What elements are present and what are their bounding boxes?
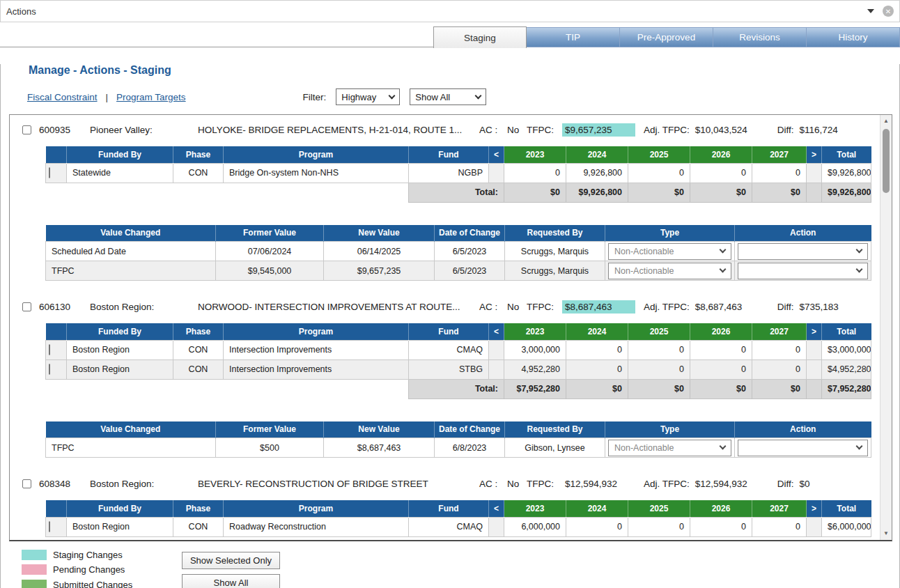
year-amount: 0: [566, 340, 628, 359]
link-separator: |: [106, 92, 109, 102]
diff-value: $0: [800, 479, 810, 489]
filter-label: Filter:: [303, 92, 327, 102]
bottom-bar: Staging Changes Pending Changes Submitte…: [1, 541, 899, 588]
close-icon[interactable]: ✕: [883, 6, 894, 17]
date-cell: 6/8/2023: [435, 438, 505, 458]
prev-years-button[interactable]: <: [489, 500, 504, 517]
changes-header-row: Value Changed Former Value New Value Dat…: [46, 225, 871, 242]
funding-header-row: Funded By Phase Program Fund < 2023 2024…: [46, 323, 871, 340]
changes-table: Value Changed Former Value New Value Dat…: [45, 225, 871, 281]
tab-staging[interactable]: Staging: [433, 26, 527, 48]
tab-revisions[interactable]: Revisions: [713, 27, 807, 47]
fiscal-constraint-link[interactable]: Fiscal Constraint: [27, 92, 98, 102]
year-amount: 0: [566, 359, 628, 379]
funding-row-checkbox[interactable]: [49, 364, 50, 375]
next-years-button[interactable]: >: [807, 146, 822, 163]
funding-row: Boston Region CON Intersection Improveme…: [46, 359, 871, 379]
tfpc-label: TFPC:: [527, 302, 557, 312]
year-header: 2027: [752, 500, 807, 517]
project-description: NORWOOD- INTERSECTION IMPROVEMENTS AT RO…: [198, 302, 479, 312]
scroll-down-arrow-icon[interactable]: ▼: [880, 528, 892, 539]
year-amount: 0: [566, 517, 628, 536]
year-header: 2025: [628, 146, 690, 163]
scrollbar-thumb[interactable]: [883, 129, 890, 193]
chevron-down-icon: [856, 266, 863, 273]
type-select[interactable]: Non-Actionable: [608, 263, 731, 279]
funding-row-checkbox[interactable]: [49, 167, 50, 178]
ac-value: No: [507, 479, 527, 489]
filter-mode-select[interactable]: Highway: [336, 88, 400, 105]
project-checkbox[interactable]: [22, 302, 31, 311]
project-checkbox[interactable]: [22, 125, 31, 134]
year-header: 2023: [504, 500, 566, 517]
year-amount: 0: [752, 163, 807, 183]
filter-show-select[interactable]: Show All: [410, 88, 486, 105]
funding-header-row: Funded By Phase Program Fund < 2023 2024…: [46, 146, 871, 163]
requested-by-cell: Scruggs, Marquis: [505, 261, 605, 281]
program-targets-link[interactable]: Program Targets: [116, 92, 186, 102]
changes-table: Value Changed Former Value New Value Dat…: [45, 421, 871, 458]
phase-cell: CON: [173, 163, 224, 183]
new-value-header: New Value: [324, 225, 435, 242]
page-title: Manage - Actions - Staging: [29, 64, 899, 77]
value-changed-header: Value Changed: [46, 421, 216, 438]
show-selected-only-button[interactable]: Show Selected Only: [182, 552, 280, 569]
total-amount: $0: [628, 183, 690, 202]
row-total: $4,952,280: [822, 359, 871, 379]
fund-cell: CMAQ: [409, 517, 489, 536]
changes-header-row: Value Changed Former Value New Value Dat…: [46, 421, 871, 438]
year-amount: 0: [504, 163, 566, 183]
tab-tip[interactable]: TIP: [527, 27, 620, 47]
year-amount: 6,000,000: [504, 517, 566, 536]
type-header: Type: [605, 421, 735, 438]
fund-header: Fund: [409, 323, 489, 340]
funding-table: Funded By Phase Program Fund < 2023 2024…: [45, 146, 871, 203]
year-header: 2023: [504, 146, 566, 163]
total-header: Total: [822, 500, 871, 517]
type-select[interactable]: Non-Actionable: [608, 243, 731, 260]
new-value-cell: 06/14/2025: [324, 242, 435, 261]
value-changed-header: Value Changed: [46, 225, 216, 242]
change-row: TFPC $500 $8,687,463 6/8/2023 Gibson, Ly…: [46, 438, 871, 458]
vertical-scrollbar[interactable]: ▲ ▼: [880, 115, 892, 540]
diff-label: Diff:: [777, 479, 794, 489]
projects-list: 600935 Pioneer Valley: HOLYOKE- BRIDGE R…: [10, 115, 880, 540]
tab-history[interactable]: History: [807, 27, 900, 47]
checkbox-column-header: [46, 323, 67, 340]
pending-changes-swatch: [22, 564, 47, 575]
next-years-button[interactable]: >: [807, 323, 822, 340]
year-header: 2024: [566, 323, 628, 340]
funded-by-cell: Boston Region: [67, 359, 173, 379]
action-select[interactable]: [738, 243, 868, 260]
show-all-button[interactable]: Show All: [182, 574, 280, 588]
year-amount: 9,926,800: [566, 163, 628, 183]
prev-years-button[interactable]: <: [489, 323, 504, 340]
staging-changes-swatch: [22, 550, 47, 560]
project-region: Boston Region:: [90, 479, 198, 489]
chevron-down-icon: [720, 443, 727, 450]
window-title: Actions: [6, 6, 867, 17]
phase-cell: CON: [173, 517, 224, 536]
action-select[interactable]: [738, 263, 868, 279]
projects-scroll-area: 600935 Pioneer Valley: HOLYOKE- BRIDGE R…: [9, 114, 892, 541]
diff-label: Diff:: [777, 125, 794, 135]
funding-row-checkbox[interactable]: [49, 344, 50, 355]
project-checkbox[interactable]: [22, 479, 31, 488]
project-description: BEVERLY- RECONSTRUCTION OF BRIDGE STREET: [198, 479, 479, 489]
adj-tfpc-label: Adj. TFPC:: [644, 479, 690, 489]
funding-row-checkbox[interactable]: [49, 521, 50, 532]
new-value-cell: $9,657,235: [324, 261, 435, 281]
type-header: Type: [605, 225, 735, 242]
funded-by-header: Funded By: [67, 500, 173, 517]
total-amount: $0: [690, 183, 752, 202]
caret-down-icon[interactable]: [867, 9, 874, 13]
fund-cell: CMAQ: [409, 340, 489, 359]
chevron-down-icon: [856, 247, 863, 254]
prev-years-button[interactable]: <: [489, 146, 504, 163]
next-years-button[interactable]: >: [807, 500, 822, 517]
requested-by-header: Requested By: [505, 225, 605, 242]
tab-pre-approved[interactable]: Pre-Approved: [620, 27, 713, 47]
scroll-up-arrow-icon[interactable]: ▲: [880, 116, 892, 127]
action-select[interactable]: [738, 440, 868, 456]
type-select[interactable]: Non-Actionable: [608, 440, 731, 456]
